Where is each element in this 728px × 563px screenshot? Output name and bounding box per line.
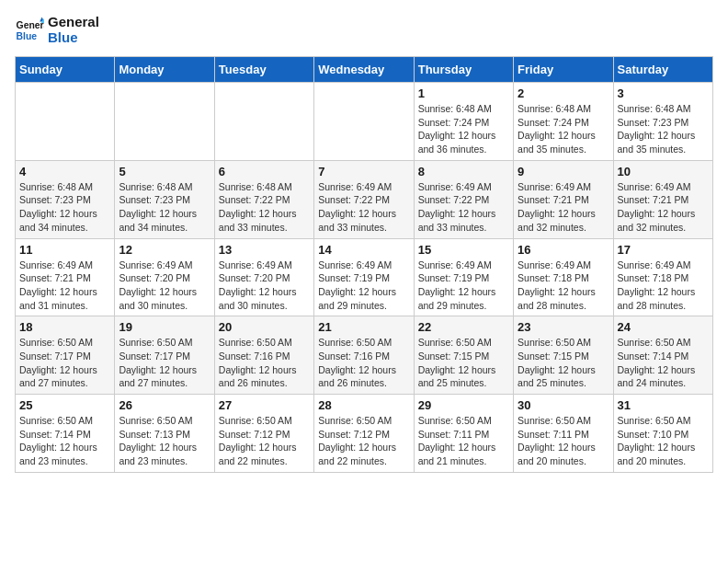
day-info: Sunrise: 6:49 AM Sunset: 7:21 PM Dayligh… xyxy=(518,180,609,235)
day-header-saturday: Saturday xyxy=(613,57,712,83)
day-number: 27 xyxy=(219,398,310,412)
day-info: Sunrise: 6:50 AM Sunset: 7:17 PM Dayligh… xyxy=(19,336,110,390)
calendar-cell: 6Sunrise: 6:48 AM Sunset: 7:22 PM Daylig… xyxy=(214,160,313,238)
day-info: Sunrise: 6:50 AM Sunset: 7:11 PM Dayligh… xyxy=(418,414,509,468)
day-number: 10 xyxy=(618,165,709,178)
day-info: Sunrise: 6:50 AM Sunset: 7:12 PM Dayligh… xyxy=(219,414,310,468)
day-info: Sunrise: 6:48 AM Sunset: 7:22 PM Dayligh… xyxy=(219,180,310,235)
calendar-cell: 28Sunrise: 6:50 AM Sunset: 7:12 PM Dayli… xyxy=(314,395,414,473)
calendar-cell: 2Sunrise: 6:48 AM Sunset: 7:24 PM Daylig… xyxy=(514,83,613,161)
calendar-cell: 3Sunrise: 6:48 AM Sunset: 7:23 PM Daylig… xyxy=(613,83,712,161)
calendar-table: SundayMondayTuesdayWednesdayThursdayFrid… xyxy=(15,56,713,473)
calendar-cell: 4Sunrise: 6:48 AM Sunset: 7:23 PM Daylig… xyxy=(16,160,115,238)
calendar-cell: 26Sunrise: 6:50 AM Sunset: 7:13 PM Dayli… xyxy=(115,395,214,473)
calendar-week-row: 4Sunrise: 6:48 AM Sunset: 7:23 PM Daylig… xyxy=(16,160,713,238)
calendar-cell: 13Sunrise: 6:49 AM Sunset: 7:20 PM Dayli… xyxy=(214,238,313,316)
calendar-cell xyxy=(214,83,313,161)
day-number: 3 xyxy=(618,86,709,100)
day-number: 11 xyxy=(19,243,110,257)
day-info: Sunrise: 6:50 AM Sunset: 7:13 PM Dayligh… xyxy=(119,414,210,468)
day-info: Sunrise: 6:49 AM Sunset: 7:18 PM Dayligh… xyxy=(618,259,709,313)
calendar-week-row: 25Sunrise: 6:50 AM Sunset: 7:14 PM Dayli… xyxy=(16,395,713,473)
calendar-cell: 31Sunrise: 6:50 AM Sunset: 7:10 PM Dayli… xyxy=(613,395,712,473)
day-info: Sunrise: 6:48 AM Sunset: 7:24 PM Dayligh… xyxy=(418,102,509,156)
calendar-week-row: 1Sunrise: 6:48 AM Sunset: 7:24 PM Daylig… xyxy=(16,83,713,161)
day-info: Sunrise: 6:49 AM Sunset: 7:19 PM Dayligh… xyxy=(318,259,409,313)
day-info: Sunrise: 6:50 AM Sunset: 7:14 PM Dayligh… xyxy=(19,414,110,468)
day-number: 24 xyxy=(618,320,709,334)
logo: General Blue General Blue xyxy=(15,15,99,45)
day-number: 21 xyxy=(318,320,409,334)
calendar-cell xyxy=(115,83,214,161)
day-number: 25 xyxy=(19,398,110,412)
day-number: 17 xyxy=(618,243,709,257)
day-number: 15 xyxy=(418,243,509,257)
calendar-cell: 27Sunrise: 6:50 AM Sunset: 7:12 PM Dayli… xyxy=(214,395,313,473)
day-header-wednesday: Wednesday xyxy=(314,57,414,83)
day-info: Sunrise: 6:49 AM Sunset: 7:19 PM Dayligh… xyxy=(418,259,509,313)
day-number: 5 xyxy=(119,165,210,178)
day-number: 12 xyxy=(119,243,210,257)
calendar-cell: 9Sunrise: 6:49 AM Sunset: 7:21 PM Daylig… xyxy=(514,160,613,238)
calendar-cell: 10Sunrise: 6:49 AM Sunset: 7:21 PM Dayli… xyxy=(613,160,712,238)
day-info: Sunrise: 6:50 AM Sunset: 7:10 PM Dayligh… xyxy=(618,414,709,468)
logo-icon: General Blue xyxy=(15,16,44,45)
day-header-monday: Monday xyxy=(115,57,214,83)
header: General Blue General Blue xyxy=(15,15,713,45)
day-info: Sunrise: 6:49 AM Sunset: 7:20 PM Dayligh… xyxy=(119,259,210,313)
calendar-cell: 15Sunrise: 6:49 AM Sunset: 7:19 PM Dayli… xyxy=(414,238,513,316)
calendar-cell: 24Sunrise: 6:50 AM Sunset: 7:14 PM Dayli… xyxy=(613,316,712,395)
day-number: 31 xyxy=(618,398,709,412)
day-number: 1 xyxy=(418,86,509,100)
calendar-cell: 17Sunrise: 6:49 AM Sunset: 7:18 PM Dayli… xyxy=(613,238,712,316)
calendar-cell: 29Sunrise: 6:50 AM Sunset: 7:11 PM Dayli… xyxy=(414,395,513,473)
calendar-cell: 14Sunrise: 6:49 AM Sunset: 7:19 PM Dayli… xyxy=(314,238,414,316)
calendar-cell: 11Sunrise: 6:49 AM Sunset: 7:21 PM Dayli… xyxy=(16,238,115,316)
svg-text:General: General xyxy=(17,20,44,30)
calendar-cell: 25Sunrise: 6:50 AM Sunset: 7:14 PM Dayli… xyxy=(16,395,115,473)
day-info: Sunrise: 6:48 AM Sunset: 7:23 PM Dayligh… xyxy=(119,180,210,235)
day-number: 4 xyxy=(19,165,110,178)
calendar-cell: 19Sunrise: 6:50 AM Sunset: 7:17 PM Dayli… xyxy=(115,316,214,395)
day-number: 14 xyxy=(318,243,409,257)
day-info: Sunrise: 6:49 AM Sunset: 7:22 PM Dayligh… xyxy=(318,180,409,235)
day-header-friday: Friday xyxy=(514,57,613,83)
day-info: Sunrise: 6:50 AM Sunset: 7:12 PM Dayligh… xyxy=(318,414,409,468)
svg-text:Blue: Blue xyxy=(17,30,38,40)
day-number: 23 xyxy=(518,320,609,334)
logo-general-text: General xyxy=(48,15,99,30)
day-number: 16 xyxy=(518,243,609,257)
logo-blue-text: Blue xyxy=(48,30,99,46)
day-number: 22 xyxy=(418,320,509,334)
day-info: Sunrise: 6:48 AM Sunset: 7:23 PM Dayligh… xyxy=(19,180,110,235)
calendar-cell: 22Sunrise: 6:50 AM Sunset: 7:15 PM Dayli… xyxy=(414,316,513,395)
day-info: Sunrise: 6:48 AM Sunset: 7:23 PM Dayligh… xyxy=(618,102,709,156)
calendar-week-row: 18Sunrise: 6:50 AM Sunset: 7:17 PM Dayli… xyxy=(16,316,713,395)
day-number: 20 xyxy=(219,320,310,334)
day-info: Sunrise: 6:50 AM Sunset: 7:11 PM Dayligh… xyxy=(518,414,609,468)
day-number: 8 xyxy=(418,165,509,178)
calendar-week-row: 11Sunrise: 6:49 AM Sunset: 7:21 PM Dayli… xyxy=(16,238,713,316)
calendar-cell: 21Sunrise: 6:50 AM Sunset: 7:16 PM Dayli… xyxy=(314,316,414,395)
calendar-cell: 8Sunrise: 6:49 AM Sunset: 7:22 PM Daylig… xyxy=(414,160,513,238)
calendar-cell: 1Sunrise: 6:48 AM Sunset: 7:24 PM Daylig… xyxy=(414,83,513,161)
calendar-cell: 7Sunrise: 6:49 AM Sunset: 7:22 PM Daylig… xyxy=(314,160,414,238)
calendar-cell: 20Sunrise: 6:50 AM Sunset: 7:16 PM Dayli… xyxy=(214,316,313,395)
day-number: 28 xyxy=(318,398,409,412)
day-info: Sunrise: 6:49 AM Sunset: 7:21 PM Dayligh… xyxy=(19,259,110,313)
calendar-header-row: SundayMondayTuesdayWednesdayThursdayFrid… xyxy=(16,57,713,83)
day-number: 29 xyxy=(418,398,509,412)
day-info: Sunrise: 6:49 AM Sunset: 7:21 PM Dayligh… xyxy=(618,180,709,235)
day-info: Sunrise: 6:50 AM Sunset: 7:16 PM Dayligh… xyxy=(219,336,310,390)
day-header-sunday: Sunday xyxy=(16,57,115,83)
day-info: Sunrise: 6:50 AM Sunset: 7:17 PM Dayligh… xyxy=(119,336,210,390)
day-number: 18 xyxy=(19,320,110,334)
day-info: Sunrise: 6:49 AM Sunset: 7:22 PM Dayligh… xyxy=(418,180,509,235)
calendar-cell: 16Sunrise: 6:49 AM Sunset: 7:18 PM Dayli… xyxy=(514,238,613,316)
day-number: 30 xyxy=(518,398,609,412)
day-info: Sunrise: 6:50 AM Sunset: 7:15 PM Dayligh… xyxy=(518,336,609,390)
calendar-cell: 18Sunrise: 6:50 AM Sunset: 7:17 PM Dayli… xyxy=(16,316,115,395)
calendar-cell xyxy=(314,83,414,161)
day-info: Sunrise: 6:49 AM Sunset: 7:20 PM Dayligh… xyxy=(219,259,310,313)
day-info: Sunrise: 6:50 AM Sunset: 7:16 PM Dayligh… xyxy=(318,336,409,390)
